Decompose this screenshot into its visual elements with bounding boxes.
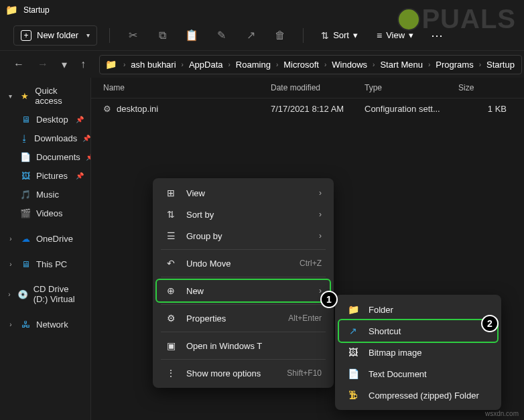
breadcrumb[interactable]: Windows	[330, 58, 369, 71]
label: OneDrive	[36, 234, 73, 244]
plus-icon: +	[21, 30, 31, 41]
grid-icon: ⊞	[165, 188, 177, 198]
label: CD Drive (D:) Virtual	[34, 284, 84, 304]
chevron-icon: ›	[121, 61, 128, 68]
delete-button[interactable]: 🗑	[269, 25, 291, 46]
recent-button[interactable]: ▾	[56, 54, 72, 75]
download-icon: ⭳	[20, 133, 29, 143]
ctx-new[interactable]: ⊕New›	[157, 280, 330, 301]
sidebar-item-music[interactable]: 🎵Music	[0, 185, 90, 204]
separator	[161, 277, 326, 277]
chevron-right-icon: ›	[319, 210, 322, 219]
music-icon: 🎵	[20, 189, 31, 200]
shortcut-icon: ↗	[347, 326, 359, 336]
file-type: Configuration sett...	[365, 104, 458, 114]
chevron-icon: ›	[7, 261, 15, 268]
network-icon: 🖧	[20, 319, 31, 330]
folder-icon: 📁	[347, 304, 359, 315]
chevron-icon: ›	[226, 61, 233, 68]
annotation-bubble-2: 2	[481, 315, 499, 332]
chevron-right-icon: ›	[319, 231, 322, 240]
sidebar-item-desktop[interactable]: 🖥Desktop📌	[0, 110, 90, 129]
terminal-icon: ▣	[165, 340, 177, 351]
file-row[interactable]: ⚙desktop.ini 7/17/2021 8:12 AM Configura…	[91, 98, 524, 119]
sidebar-item-cd-drive[interactable]: ›💿CD Drive (D:) Virtual	[0, 280, 90, 308]
new-zip[interactable]: 🗜Compressed (zipped) Folder	[339, 384, 497, 406]
label: Pictures	[36, 171, 68, 181]
column-header-row: Name Date modified Type Size	[91, 78, 524, 98]
ctx-sort-by[interactable]: ⇅Sort by›	[157, 204, 330, 225]
label: This PC	[36, 259, 67, 269]
paste-button[interactable]: 📋	[181, 25, 202, 46]
label: Quick access	[35, 86, 84, 106]
sidebar-item-quick-access[interactable]: ▾★Quick access	[0, 82, 90, 110]
back-button[interactable]: ←	[8, 54, 29, 74]
pin-icon: 📌	[86, 153, 91, 161]
chevron-icon: ›	[476, 61, 484, 68]
file-size: 1 KB	[458, 104, 512, 114]
chevron-icon: ›	[7, 321, 15, 328]
new-shortcut[interactable]: ↗Shortcut	[339, 320, 497, 342]
label: View	[186, 188, 205, 198]
label: Properties	[186, 313, 226, 324]
chevron-icon: ›	[7, 235, 15, 242]
col-size[interactable]: Size	[458, 83, 512, 92]
forward-button[interactable]: →	[32, 54, 54, 74]
label: Shortcut	[369, 326, 401, 336]
separator	[161, 359, 326, 360]
chevron-right-icon: ›	[319, 188, 322, 198]
breadcrumb[interactable]: Programs	[434, 58, 474, 71]
col-name[interactable]: Name	[103, 83, 271, 92]
chevron-icon: ›	[7, 291, 12, 298]
ctx-more-options[interactable]: ⋮Show more optionsShift+F10	[157, 362, 330, 384]
sidebar-item-network[interactable]: ›🖧Network	[0, 315, 90, 334]
ctx-group-by[interactable]: ☰Group by›	[157, 225, 330, 247]
sort-button[interactable]: ⇅ Sort ▾	[316, 26, 363, 45]
sort-icon: ⇅	[165, 209, 177, 220]
group-icon: ☰	[165, 230, 177, 241]
breadcrumb[interactable]: AppData	[188, 58, 224, 71]
address-bar[interactable]: 📁 › ash bukhari› AppData› Roaming› Micro…	[99, 55, 522, 74]
properties-icon: ⚙	[165, 313, 177, 324]
new-folder-button[interactable]: + New folder ▾	[13, 25, 97, 46]
share-button[interactable]: ↗	[240, 25, 261, 46]
sidebar-item-downloads[interactable]: ⭳Downloads📌	[0, 129, 90, 147]
breadcrumb[interactable]: ash bukhari	[129, 58, 177, 71]
sidebar-item-documents[interactable]: 📄Documents📌	[0, 147, 90, 166]
cut-button[interactable]: ✂	[122, 25, 143, 46]
new-bitmap[interactable]: 🖼Bitmap image	[339, 342, 497, 363]
breadcrumb[interactable]: Startup	[485, 58, 516, 71]
ctx-properties[interactable]: ⚙PropertiesAlt+Enter	[157, 307, 330, 329]
more-icon: ⋮	[165, 368, 177, 378]
sidebar-item-pictures[interactable]: 🖼Pictures📌	[0, 166, 90, 185]
monitor-icon: 🖥	[20, 259, 31, 269]
label: Open in Windows T	[186, 341, 262, 351]
new-text[interactable]: 📄Text Document	[339, 363, 497, 384]
up-button[interactable]: ↑	[75, 54, 91, 74]
breadcrumb[interactable]: Microsoft	[282, 58, 320, 71]
copy-button[interactable]: ⧉	[151, 25, 173, 46]
col-type[interactable]: Type	[365, 83, 458, 92]
cloud-icon: ☁	[20, 233, 31, 244]
chevron-down-icon: ▾	[7, 92, 14, 100]
separator	[161, 332, 326, 332]
sidebar-item-this-pc[interactable]: ›🖥This PC	[0, 255, 90, 273]
ctx-undo[interactable]: ↶Undo MoveCtrl+Z	[157, 253, 330, 274]
sidebar-item-onedrive[interactable]: ›☁OneDrive	[0, 229, 90, 248]
new-folder[interactable]: 📁Folder	[339, 299, 497, 320]
chevron-down-icon: ▾	[353, 30, 358, 40]
label: Documents	[36, 152, 80, 162]
breadcrumb[interactable]: Start Menu	[379, 58, 424, 71]
col-modified[interactable]: Date modified	[271, 83, 365, 92]
breadcrumb[interactable]: Roaming	[235, 58, 272, 71]
chevron-down-icon: ▾	[86, 31, 90, 39]
annotation-bubble-1: 1	[320, 291, 338, 308]
ctx-open-terminal[interactable]: ▣Open in Windows T	[157, 335, 330, 356]
rename-button[interactable]: ✎	[210, 25, 232, 46]
chevron-icon: ›	[273, 61, 281, 68]
ctx-view[interactable]: ⊞View›	[157, 182, 330, 204]
label: Sort by	[186, 210, 214, 220]
context-menu: ⊞View› ⇅Sort by› ☰Group by› ↶Undo MoveCt…	[153, 178, 334, 388]
sidebar-item-videos[interactable]: 🎬Videos	[0, 204, 90, 222]
sidebar: ▾★Quick access 🖥Desktop📌 ⭳Downloads📌 📄Do…	[0, 78, 91, 420]
